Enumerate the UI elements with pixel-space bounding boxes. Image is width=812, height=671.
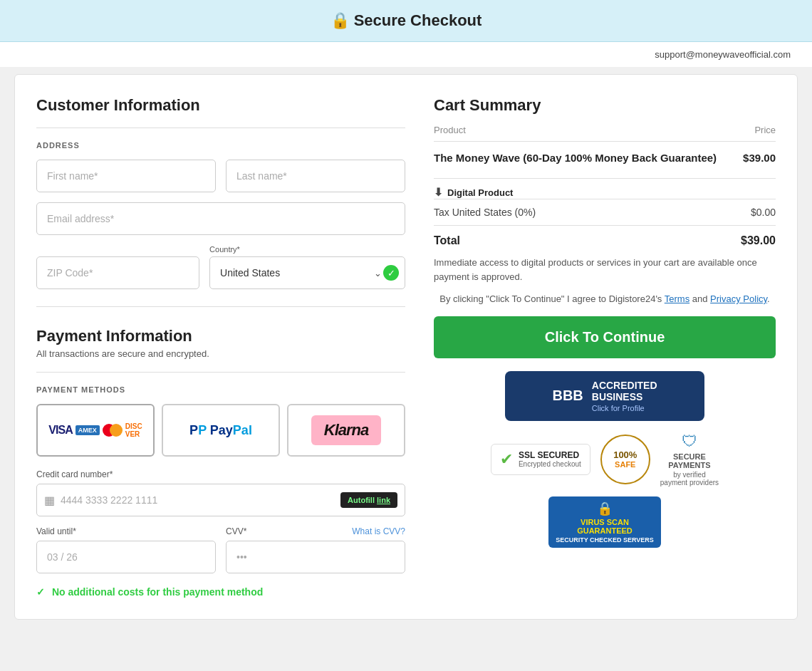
no-cost-notice: ✓ No additional costs for this payment m…	[36, 586, 405, 598]
chip-icon: ▦	[44, 494, 55, 507]
payment-methods-row: VISA AMEX DISCVER PP PayPal Klarna	[36, 404, 405, 457]
address-label: ADDRESS	[36, 141, 405, 150]
payment-methods-label: PAYMENT METHODS	[36, 385, 405, 394]
header: 🔒Secure Checkout	[0, 0, 812, 42]
payment-info-title: Payment Information	[36, 327, 405, 345]
tax-label: Tax United States (0%)	[434, 207, 536, 218]
100-text: 100%	[613, 449, 637, 460]
email-row	[36, 202, 405, 235]
last-name-input[interactable]	[226, 160, 405, 192]
download-icon: ⬇	[434, 186, 443, 199]
zip-input[interactable]	[36, 256, 199, 289]
expiry-wrap: Valid until*	[36, 526, 216, 573]
country-select[interactable]: United States Canada United Kingdom Aust…	[210, 257, 405, 288]
secure-payments-badge: 🛡 SECUREPAYMENTS by verifiedpayment prov…	[660, 432, 719, 487]
tax-amount: $0.00	[751, 207, 776, 218]
klarna-logo: Klarna	[324, 421, 368, 439]
cvv-input[interactable]	[226, 541, 405, 573]
ssl-sub: Encrypted checkout	[519, 460, 581, 468]
privacy-link[interactable]: Privacy Policy	[710, 293, 767, 304]
bbb-logo-text: BBB	[552, 387, 583, 404]
visa-logo: VISA	[48, 424, 72, 437]
cc-number-input[interactable]	[61, 484, 340, 516]
product-name: The Money Wave (60-Day 100% Money Back G…	[434, 142, 740, 172]
country-select-wrapper[interactable]: United States Canada United Kingdom Aust…	[209, 256, 405, 289]
bbb-text-wrap: ACCREDITEDBUSINESS Click for Profile	[592, 380, 657, 412]
header-title: Secure Checkout	[354, 11, 482, 29]
cc-input-wrap: ▦ Autofill link	[36, 484, 405, 516]
credit-card-method-btn[interactable]: VISA AMEX DISCVER	[36, 404, 155, 457]
ssl-title: SSL SECURED	[519, 450, 581, 460]
mastercard-logo	[103, 424, 123, 437]
cvv-label-row: CVV* What is CVV?	[226, 526, 405, 536]
expiry-input[interactable]	[36, 541, 216, 573]
total-label: Total	[434, 234, 460, 247]
product-row: The Money Wave (60-Day 100% Money Back G…	[434, 142, 776, 172]
support-email: support@moneywaveofficial.com	[655, 49, 791, 60]
expiry-cvv-row: Valid until* CVV* What is CVV?	[36, 526, 405, 573]
right-column: Cart Summary Product Price The Money Wav…	[434, 96, 776, 598]
shield-icon: 🛡	[682, 432, 697, 451]
price-col-header: Price	[740, 125, 776, 142]
total-row: Total $39.00	[434, 225, 776, 256]
virus-scan-sub: SECURITY CHECKED SERVERS	[556, 536, 654, 543]
virus-scan-title: VIRUS SCANGUARANTEED	[577, 518, 633, 535]
virus-scan-badge: 🔒 VIRUS SCANGUARANTEED SECURITY CHECKED …	[548, 496, 661, 548]
cc-label: Credit card number*	[36, 469, 405, 479]
access-notice: Immediate access to digital products or …	[434, 256, 776, 284]
cvv-label-text: CVV*	[226, 526, 246, 536]
check-icon: ✓	[36, 586, 45, 598]
product-price: $39.00	[740, 142, 776, 172]
secure-payments-sub: by verifiedpayment providers	[660, 471, 719, 487]
trust-badges: BBB ACCREDITEDBUSINESS Click for Profile…	[434, 371, 776, 548]
bbb-badge[interactable]: BBB ACCREDITEDBUSINESS Click for Profile	[505, 371, 704, 421]
terms-link[interactable]: Terms	[665, 293, 689, 304]
country-wrap: Country* United States Canada United Kin…	[209, 245, 405, 289]
cvv-wrap: CVV* What is CVV?	[226, 526, 405, 573]
name-row	[36, 160, 405, 192]
amex-logo: AMEX	[76, 425, 100, 435]
total-amount: $39.00	[741, 234, 776, 247]
cta-button[interactable]: Click To Continue	[434, 316, 776, 358]
email-input[interactable]	[36, 202, 405, 235]
klarna-logo-wrap: Klarna	[311, 415, 381, 445]
cart-table: Product Price The Money Wave (60-Day 100…	[434, 125, 776, 171]
bbb-accredited: ACCREDITEDBUSINESS	[592, 380, 657, 402]
address-row: Country* United States Canada United Kin…	[36, 245, 405, 289]
security-badges: ✔ SSL SECURED Encrypted checkout 100% SA…	[434, 432, 776, 548]
card-logos: VISA AMEX DISCVER	[48, 422, 142, 438]
digital-product-row: ⬇ Digital Product	[434, 178, 776, 199]
paypal-method-btn[interactable]: PP PayPal	[162, 404, 280, 457]
expiry-label: Valid until*	[36, 526, 216, 536]
safe-text: SAFE	[615, 460, 635, 469]
country-label: Country*	[209, 245, 405, 254]
klarna-method-btn[interactable]: Klarna	[287, 404, 405, 457]
zip-wrap	[36, 256, 199, 289]
support-bar: support@moneywaveofficial.com	[0, 42, 812, 67]
cart-summary-title: Cart Summary	[434, 96, 776, 115]
terms-notice: By clicking "Click To Continue" I agree …	[434, 292, 776, 306]
what-is-cvv-link[interactable]: What is CVV?	[352, 526, 405, 536]
secure-payments-title: SECUREPAYMENTS	[668, 452, 710, 469]
autofill-button[interactable]: Autofill link	[340, 492, 397, 508]
main-container: Customer Information ADDRESS Country* Un…	[14, 74, 798, 620]
product-col-header: Product	[434, 125, 740, 142]
terms-and-text: and	[692, 293, 710, 304]
ssl-text: SSL SECURED Encrypted checkout	[519, 450, 581, 468]
payment-subtitle: All transactions are secure and encrypte…	[36, 348, 405, 359]
first-name-input[interactable]	[36, 160, 216, 192]
safe-badge: 100% SAFE	[600, 435, 650, 484]
ssl-check-icon: ✔	[500, 450, 513, 469]
left-column: Customer Information ADDRESS Country* Un…	[36, 96, 405, 598]
tax-row: Tax United States (0%) $0.00	[434, 199, 776, 225]
paypal-logo: PP PayPal	[189, 423, 252, 438]
digital-product-label: Digital Product	[447, 187, 513, 198]
ssl-badge: ✔ SSL SECURED Encrypted checkout	[491, 444, 590, 475]
discover-logo: DISCVER	[125, 422, 142, 438]
bbb-click-profile: Click for Profile	[592, 404, 657, 412]
lock-icon: 🔒	[330, 11, 350, 29]
terms-pre-text: By clicking "Click To Continue" I agree …	[439, 293, 662, 304]
customer-info-title: Customer Information	[36, 96, 405, 115]
lock-badge-icon: 🔒	[597, 501, 613, 516]
